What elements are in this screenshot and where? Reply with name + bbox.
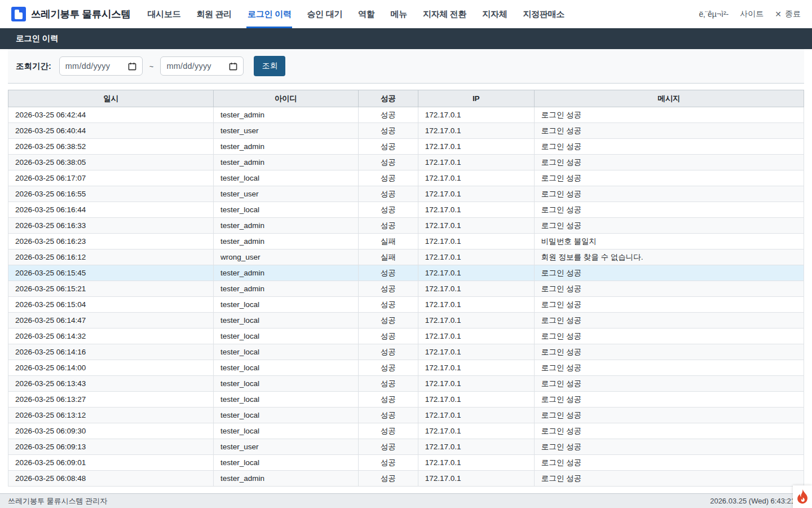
nav-item[interactable]: 대시보드	[140, 0, 189, 28]
cell-ip: 172.17.0.1	[418, 329, 534, 344]
cell-userid: tester_user	[214, 123, 359, 139]
nav-item[interactable]: 승인 대기	[299, 0, 350, 28]
table-row[interactable]: 2026-03-25 06:15:45tester_admin성공172.17.…	[8, 265, 804, 281]
table-row[interactable]: 2026-03-25 06:14:32tester_local성공172.17.…	[8, 329, 804, 344]
col-header-datetime: 일시	[8, 90, 214, 107]
cell-status: 성공	[358, 376, 418, 392]
cell-ip: 172.17.0.1	[418, 249, 534, 265]
cell-message: 로그인 성공	[534, 329, 804, 344]
date-to-placeholder: mm/dd/yyyy	[166, 62, 211, 71]
cell-userid: tester_user	[214, 186, 359, 202]
cell-message: 로그인 성공	[534, 313, 804, 329]
table-row[interactable]: 2026-03-25 06:16:33tester_admin성공172.17.…	[8, 218, 804, 234]
cell-status: 성공	[358, 218, 418, 234]
cell-datetime: 2026-03-25 06:17:07	[8, 170, 214, 186]
col-header-status: 성공	[358, 90, 418, 107]
cell-ip: 172.17.0.1	[418, 423, 534, 439]
table-row[interactable]: 2026-03-25 06:09:30tester_local성공172.17.…	[8, 423, 804, 439]
nav-item[interactable]: 메뉴	[383, 0, 415, 28]
cell-ip: 172.17.0.1	[418, 123, 534, 139]
cell-datetime: 2026-03-25 06:14:16	[8, 344, 214, 360]
cell-status: 성공	[358, 455, 418, 471]
cell-status: 성공	[358, 344, 418, 360]
table-row[interactable]: 2026-03-25 06:16:23tester_admin실패172.17.…	[8, 234, 804, 249]
calendar-icon[interactable]	[128, 62, 136, 71]
table-row[interactable]: 2026-03-25 06:15:21tester_admin성공172.17.…	[8, 281, 804, 297]
date-to-input[interactable]: mm/dd/yyyy	[160, 56, 244, 76]
cell-ip: 172.17.0.1	[418, 455, 534, 471]
table-row[interactable]: 2026-03-25 06:14:00tester_local성공172.17.…	[8, 360, 804, 376]
cell-message: 로그인 성공	[534, 202, 804, 218]
logout-link[interactable]: ✕종료	[775, 9, 801, 19]
cell-userid: tester_local	[214, 408, 359, 423]
nav-item[interactable]: 역할	[350, 0, 382, 28]
nav-item[interactable]: 로그인 이력	[240, 0, 299, 28]
cell-ip: 172.17.0.1	[418, 170, 534, 186]
login-history-table: 일시 아이디 성공 IP 메시지 2026-03-25 06:42:44test…	[8, 90, 804, 487]
cell-userid: tester_local	[214, 455, 359, 471]
cell-datetime: 2026-03-25 06:16:23	[8, 234, 214, 249]
cell-datetime: 2026-03-25 06:14:47	[8, 313, 214, 329]
table-row[interactable]: 2026-03-25 06:13:43tester_local성공172.17.…	[8, 376, 804, 392]
filter-section: 조회기간: mm/dd/yyyy ~ mm/dd/yyyy 조회	[8, 49, 804, 84]
date-from-placeholder: mm/dd/yyyy	[65, 62, 110, 71]
table-row[interactable]: 2026-03-25 06:42:44tester_admin성공172.17.…	[8, 107, 804, 123]
logout-label: 종료	[785, 9, 801, 19]
cell-userid: tester_admin	[214, 139, 359, 155]
search-button[interactable]: 조회	[254, 56, 285, 76]
table-row[interactable]: 2026-03-25 06:16:55tester_user성공172.17.0…	[8, 186, 804, 202]
cell-status: 성공	[358, 471, 418, 487]
cell-userid: tester_local	[214, 297, 359, 313]
cell-message: 비밀번호 불일치	[534, 234, 804, 249]
table-row[interactable]: 2026-03-25 06:40:44tester_user성공172.17.0…	[8, 123, 804, 139]
nav-item[interactable]: 지자체 전환	[415, 0, 474, 28]
user-name-link[interactable]: ë‚¨êµ¬ì²-	[699, 10, 729, 19]
cell-datetime: 2026-03-25 06:16:44	[8, 202, 214, 218]
cell-datetime: 2026-03-25 06:38:05	[8, 155, 214, 170]
cell-userid: wrong_user	[214, 249, 359, 265]
login-table-body: 2026-03-25 06:42:44tester_admin성공172.17.…	[8, 107, 804, 487]
status-footer: 쓰레기봉투 물류시스템 관리자 2026.03.25 (Wed) 6:43:21	[0, 493, 812, 508]
col-header-userid: 아이디	[214, 90, 359, 107]
cell-message: 로그인 성공	[534, 281, 804, 297]
footer-datetime: 2026.03.25 (Wed) 6:43:21	[710, 497, 795, 505]
cell-datetime: 2026-03-25 06:09:13	[8, 439, 214, 455]
cell-status: 성공	[358, 155, 418, 170]
nav-item[interactable]: 회원 관리	[188, 0, 240, 28]
table-row[interactable]: 2026-03-25 06:38:05tester_admin성공172.17.…	[8, 155, 804, 170]
cell-ip: 172.17.0.1	[418, 139, 534, 155]
table-row[interactable]: 2026-03-25 06:16:44tester_local성공172.17.…	[8, 202, 804, 218]
cell-status: 성공	[358, 123, 418, 139]
cell-message: 로그인 성공	[534, 123, 804, 139]
top-navigation: 쓰레기봉투 물류시스템 대시보드회원 관리로그인 이력승인 대기역할메뉴지자체 …	[0, 0, 812, 28]
cell-message: 회원 정보를 찾을 수 없습니다.	[534, 249, 804, 265]
table-row[interactable]: 2026-03-25 06:15:04tester_local성공172.17.…	[8, 297, 804, 313]
brand[interactable]: 쓰레기봉투 물류시스템	[11, 7, 131, 21]
app-logo-icon	[11, 7, 26, 21]
table-row[interactable]: 2026-03-25 06:14:47tester_local성공172.17.…	[8, 313, 804, 329]
cell-status: 성공	[358, 360, 418, 376]
nav-item[interactable]: 지자체	[474, 0, 515, 28]
table-row[interactable]: 2026-03-25 06:09:13tester_user성공172.17.0…	[8, 439, 804, 455]
table-row[interactable]: 2026-03-25 06:13:27tester_local성공172.17.…	[8, 392, 804, 408]
cell-datetime: 2026-03-25 06:15:45	[8, 265, 214, 281]
table-row[interactable]: 2026-03-25 06:17:07tester_local성공172.17.…	[8, 170, 804, 186]
site-link[interactable]: 사이트	[740, 9, 764, 19]
cell-message: 로그인 성공	[534, 139, 804, 155]
table-row[interactable]: 2026-03-25 06:13:12tester_local성공172.17.…	[8, 408, 804, 423]
table-row[interactable]: 2026-03-25 06:08:48tester_admin성공172.17.…	[8, 471, 804, 487]
cell-message: 로그인 성공	[534, 455, 804, 471]
calendar-icon[interactable]	[229, 62, 237, 71]
debug-toolbar-button[interactable]	[793, 485, 812, 508]
table-row[interactable]: 2026-03-25 06:38:52tester_admin성공172.17.…	[8, 139, 804, 155]
cell-ip: 172.17.0.1	[418, 376, 534, 392]
table-row[interactable]: 2026-03-25 06:16:12wrong_user실패172.17.0.…	[8, 249, 804, 265]
cell-datetime: 2026-03-25 06:15:21	[8, 281, 214, 297]
table-row[interactable]: 2026-03-25 06:09:01tester_local성공172.17.…	[8, 455, 804, 471]
cell-datetime: 2026-03-25 06:14:00	[8, 360, 214, 376]
nav-item[interactable]: 지정판매소	[515, 0, 572, 28]
cell-ip: 172.17.0.1	[418, 344, 534, 360]
date-from-input[interactable]: mm/dd/yyyy	[59, 56, 143, 76]
table-row[interactable]: 2026-03-25 06:14:16tester_local성공172.17.…	[8, 344, 804, 360]
cell-message: 로그인 성공	[534, 297, 804, 313]
